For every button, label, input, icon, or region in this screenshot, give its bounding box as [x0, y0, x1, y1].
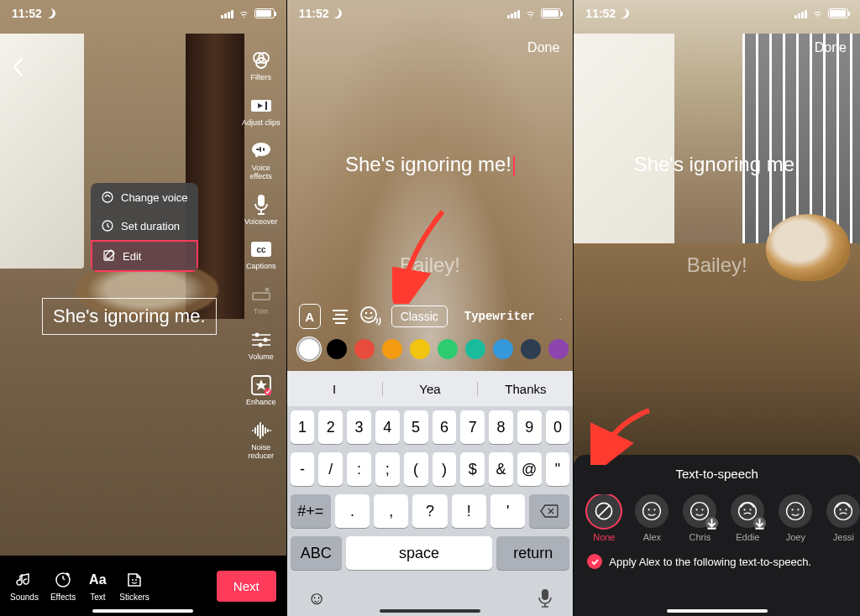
bottom-bar: Sounds Effects AaText Stickers Next — [0, 556, 286, 616]
home-indicator[interactable] — [92, 609, 193, 613]
dictation-button[interactable] — [538, 588, 553, 608]
voice-option[interactable]: None — [585, 494, 622, 542]
key[interactable]: ' — [490, 494, 525, 528]
menu-change-voice[interactable]: Change voice — [91, 183, 198, 211]
tool-filters[interactable]: Filters — [241, 49, 281, 82]
screen-tts: 11:52 Done She's ignoring me! Bailey! Te… — [574, 0, 860, 616]
text-to-speech-button[interactable] — [359, 304, 383, 329]
key[interactable]: 7 — [460, 410, 485, 444]
suggestion[interactable]: Thanks — [478, 382, 573, 396]
apply-checkbox-row[interactable]: Apply Alex to the following text-to-spee… — [574, 542, 860, 569]
tool-enhance[interactable]: Enhance — [241, 373, 281, 407]
svg-point-47 — [792, 509, 794, 510]
key[interactable]: 8 — [489, 410, 513, 444]
voice-option[interactable]: Alex — [633, 494, 670, 542]
color-swatch[interactable] — [354, 339, 375, 359]
key[interactable]: - — [291, 452, 315, 486]
color-swatch[interactable] — [493, 339, 513, 359]
voice-option[interactable]: Joey — [777, 494, 814, 542]
voice-avatar-icon — [731, 494, 764, 528]
tool-voice-effects[interactable]: Voice effects — [241, 139, 281, 181]
color-swatch[interactable] — [465, 339, 485, 359]
key[interactable]: 2 — [318, 410, 343, 444]
color-swatch[interactable] — [299, 339, 319, 359]
voice-option[interactable]: Jessi — [825, 494, 860, 542]
key[interactable]: ) — [433, 452, 457, 486]
key[interactable]: 6 — [433, 410, 457, 444]
color-swatch[interactable] — [438, 339, 458, 359]
home-indicator[interactable] — [380, 609, 480, 613]
next-button[interactable]: Next — [217, 571, 276, 602]
key[interactable]: @ — [517, 452, 542, 486]
editing-text[interactable]: She's ignoring me! — [345, 153, 515, 176]
done-button[interactable]: Done — [815, 40, 847, 55]
key[interactable]: ( — [404, 452, 428, 486]
color-swatch[interactable] — [548, 339, 569, 359]
status-bar: 11:52 — [574, 0, 860, 27]
color-swatch[interactable] — [327, 339, 347, 359]
tool-volume[interactable]: Volume — [241, 328, 281, 362]
home-indicator[interactable] — [667, 609, 768, 613]
key[interactable]: , — [374, 494, 408, 528]
text-align-button[interactable] — [329, 304, 351, 329]
color-swatch[interactable] — [382, 339, 402, 359]
tool-captions[interactable]: ccCaptions — [241, 238, 281, 271]
key[interactable]: & — [489, 452, 513, 486]
font-typewriter[interactable]: Typewriter — [456, 306, 543, 326]
voice-avatar-icon — [779, 494, 812, 528]
caption-text[interactable]: She's ignoring me. — [42, 298, 217, 335]
key[interactable]: ; — [375, 452, 400, 486]
key[interactable]: 4 — [375, 410, 400, 444]
font-classic[interactable]: Classic — [391, 305, 448, 327]
tool-voiceover[interactable]: Voiceover — [241, 193, 281, 227]
bottom-text[interactable]: AaText — [87, 570, 108, 602]
color-swatch[interactable] — [521, 339, 541, 359]
key[interactable]: $ — [460, 452, 485, 486]
key[interactable]: ? — [412, 494, 447, 528]
menu-set-duration[interactable]: Set duration — [91, 211, 198, 240]
bottom-sounds[interactable]: Sounds — [10, 570, 39, 602]
annotation-arrow — [392, 203, 451, 304]
download-icon — [705, 517, 718, 530]
key-backspace[interactable] — [529, 494, 569, 528]
key[interactable]: : — [347, 452, 371, 486]
svg-rect-10 — [253, 293, 270, 300]
emoji-button[interactable]: ☺ — [307, 587, 326, 609]
key[interactable]: 5 — [404, 410, 428, 444]
text-style-button[interactable]: A — [299, 304, 321, 329]
suggestion[interactable]: Yea — [383, 382, 479, 396]
status-time: 11:52 — [585, 7, 616, 20]
voice-list: NoneAlexChrisEddieJoeyJessi — [574, 494, 860, 542]
done-button[interactable]: Done — [527, 40, 559, 55]
tool-adjust-clips[interactable]: Adjust clips — [241, 94, 281, 128]
key-shift[interactable]: #+= — [291, 494, 331, 528]
voice-option[interactable]: Chris — [681, 494, 718, 542]
key-return[interactable]: return — [496, 536, 569, 570]
font-handwriting[interactable]: Han — [552, 306, 562, 326]
color-swatch[interactable] — [410, 339, 430, 359]
voice-option[interactable]: Eddie — [729, 494, 766, 542]
key[interactable]: " — [546, 452, 570, 486]
menu-edit[interactable]: Edit — [91, 240, 198, 272]
key-abc[interactable]: ABC — [291, 536, 342, 570]
suggestion[interactable]: I — [287, 382, 383, 396]
key[interactable]: 1 — [291, 410, 315, 444]
tool-noise-reducer[interactable]: Noise reducer — [241, 419, 281, 461]
key[interactable]: ! — [452, 494, 486, 528]
back-button[interactable] — [12, 57, 24, 77]
key[interactable]: 9 — [517, 410, 542, 444]
bottom-effects[interactable]: Effects — [50, 570, 76, 602]
svg-rect-7 — [258, 195, 265, 206]
key[interactable]: . — [335, 494, 370, 528]
key[interactable]: 0 — [546, 410, 570, 444]
signal-icon — [507, 9, 520, 18]
key[interactable]: 3 — [347, 410, 371, 444]
voice-label: None — [593, 532, 615, 542]
bottom-stickers[interactable]: Stickers — [119, 570, 149, 602]
svg-point-42 — [702, 509, 704, 510]
key-space[interactable]: space — [346, 536, 492, 570]
key[interactable]: / — [318, 452, 343, 486]
voice-label: Joey — [786, 532, 805, 542]
none-icon — [587, 494, 621, 528]
wifi-icon — [238, 9, 250, 18]
